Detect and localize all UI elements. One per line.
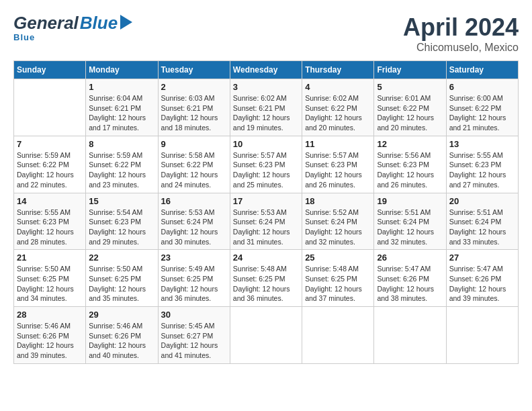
page-header: General Blue Blue April 2024 Chicomuselo… — [13, 13, 519, 54]
calendar-cell: 11Sunrise: 5:57 AMSunset: 6:23 PMDayligh… — [302, 136, 374, 193]
day-detail: Sunrise: 5:49 AMSunset: 6:25 PMDaylight:… — [161, 264, 227, 304]
calendar-cell: 16Sunrise: 5:53 AMSunset: 6:24 PMDayligh… — [158, 193, 230, 250]
weekday-header-wednesday: Wednesday — [230, 61, 302, 79]
calendar-cell: 17Sunrise: 5:53 AMSunset: 6:24 PMDayligh… — [230, 193, 302, 250]
calendar-cell: 9Sunrise: 5:58 AMSunset: 6:22 PMDaylight… — [158, 136, 230, 193]
day-number: 15 — [89, 196, 154, 206]
day-number: 6 — [449, 82, 515, 92]
day-detail: Sunrise: 5:52 AMSunset: 6:24 PMDaylight:… — [305, 208, 371, 247]
day-detail: Sunrise: 6:02 AMSunset: 6:22 PMDaylight:… — [305, 93, 371, 133]
calendar-cell: 14Sunrise: 5:55 AMSunset: 6:23 PMDayligh… — [14, 193, 86, 250]
day-detail: Sunrise: 5:55 AMSunset: 6:23 PMDaylight:… — [17, 208, 83, 247]
calendar-cell: 22Sunrise: 5:50 AMSunset: 6:25 PMDayligh… — [86, 250, 158, 307]
day-detail: Sunrise: 5:51 AMSunset: 6:24 PMDaylight:… — [377, 208, 443, 247]
day-number: 5 — [377, 82, 443, 92]
day-number: 27 — [449, 253, 515, 263]
day-number: 9 — [161, 139, 227, 149]
calendar-cell: 26Sunrise: 5:47 AMSunset: 6:26 PMDayligh… — [374, 250, 446, 307]
day-number: 19 — [377, 196, 443, 206]
svg-marker-0 — [120, 15, 132, 30]
day-number: 3 — [233, 82, 299, 92]
calendar-cell: 23Sunrise: 5:49 AMSunset: 6:25 PMDayligh… — [158, 250, 230, 307]
day-detail: Sunrise: 5:58 AMSunset: 6:22 PMDaylight:… — [161, 150, 227, 190]
day-number: 23 — [161, 253, 227, 263]
day-detail: Sunrise: 6:03 AMSunset: 6:21 PMDaylight:… — [161, 93, 227, 133]
weekday-header-thursday: Thursday — [302, 61, 374, 79]
day-number: 16 — [161, 196, 227, 206]
calendar-cell: 3Sunrise: 6:02 AMSunset: 6:21 PMDaylight… — [230, 79, 302, 136]
weekday-header-sunday: Sunday — [14, 61, 86, 79]
calendar-cell: 29Sunrise: 5:46 AMSunset: 6:26 PMDayligh… — [86, 307, 158, 364]
title-block: April 2024 Chicomuselo, Mexico — [403, 13, 519, 54]
calendar-cell: 21Sunrise: 5:50 AMSunset: 6:25 PMDayligh… — [14, 250, 86, 307]
calendar-cell: 8Sunrise: 5:59 AMSunset: 6:22 PMDaylight… — [86, 136, 158, 193]
day-number: 13 — [449, 139, 515, 149]
calendar-cell: 24Sunrise: 5:48 AMSunset: 6:25 PMDayligh… — [230, 250, 302, 307]
calendar-table: SundayMondayTuesdayWednesdayThursdayFrid… — [13, 60, 519, 364]
weekday-header-friday: Friday — [374, 61, 446, 79]
day-detail: Sunrise: 5:47 AMSunset: 6:26 PMDaylight:… — [449, 264, 515, 304]
day-number: 10 — [233, 139, 299, 149]
calendar-cell: 30Sunrise: 5:45 AMSunset: 6:27 PMDayligh… — [158, 307, 230, 364]
calendar-cell: 6Sunrise: 6:00 AMSunset: 6:22 PMDaylight… — [446, 79, 518, 136]
day-number: 26 — [377, 253, 443, 263]
weekday-header-saturday: Saturday — [446, 61, 518, 79]
day-detail: Sunrise: 5:57 AMSunset: 6:23 PMDaylight:… — [233, 150, 299, 190]
calendar-cell: 15Sunrise: 5:54 AMSunset: 6:23 PMDayligh… — [86, 193, 158, 250]
day-detail: Sunrise: 6:01 AMSunset: 6:22 PMDaylight:… — [377, 93, 443, 133]
calendar-cell: 27Sunrise: 5:47 AMSunset: 6:26 PMDayligh… — [446, 250, 518, 307]
day-detail: Sunrise: 6:04 AMSunset: 6:21 PMDaylight:… — [89, 93, 154, 133]
day-number: 18 — [305, 196, 371, 206]
day-number: 28 — [17, 310, 83, 320]
calendar-cell: 19Sunrise: 5:51 AMSunset: 6:24 PMDayligh… — [374, 193, 446, 250]
day-detail: Sunrise: 5:55 AMSunset: 6:23 PMDaylight:… — [449, 150, 515, 190]
calendar-cell: 7Sunrise: 5:59 AMSunset: 6:22 PMDaylight… — [14, 136, 86, 193]
day-detail: Sunrise: 5:53 AMSunset: 6:24 PMDaylight:… — [161, 208, 227, 247]
calendar-cell — [230, 307, 302, 364]
day-number: 14 — [17, 196, 83, 206]
calendar-cell: 18Sunrise: 5:52 AMSunset: 6:24 PMDayligh… — [302, 193, 374, 250]
calendar-cell: 25Sunrise: 5:48 AMSunset: 6:25 PMDayligh… — [302, 250, 374, 307]
day-detail: Sunrise: 5:45 AMSunset: 6:27 PMDaylight:… — [161, 321, 227, 361]
day-number: 30 — [161, 310, 227, 320]
logo-general: General — [13, 13, 79, 33]
day-number: 17 — [233, 196, 299, 206]
day-detail: Sunrise: 5:47 AMSunset: 6:26 PMDaylight:… — [377, 264, 443, 304]
day-number: 8 — [89, 139, 154, 149]
weekday-header-monday: Monday — [86, 61, 158, 79]
day-detail: Sunrise: 5:53 AMSunset: 6:24 PMDaylight:… — [233, 208, 299, 247]
day-detail: Sunrise: 5:51 AMSunset: 6:24 PMDaylight:… — [449, 208, 515, 247]
day-number: 25 — [305, 253, 371, 263]
day-detail: Sunrise: 5:56 AMSunset: 6:23 PMDaylight:… — [377, 150, 443, 190]
calendar-cell: 2Sunrise: 6:03 AMSunset: 6:21 PMDaylight… — [158, 79, 230, 136]
day-detail: Sunrise: 5:46 AMSunset: 6:26 PMDaylight:… — [89, 321, 154, 361]
day-number: 24 — [233, 253, 299, 263]
calendar-cell: 28Sunrise: 5:46 AMSunset: 6:26 PMDayligh… — [14, 307, 86, 364]
day-number: 12 — [377, 139, 443, 149]
day-number: 11 — [305, 139, 371, 149]
day-detail: Sunrise: 5:57 AMSunset: 6:23 PMDaylight:… — [305, 150, 371, 190]
logo-arrow-icon — [120, 15, 132, 32]
calendar-cell: 10Sunrise: 5:57 AMSunset: 6:23 PMDayligh… — [230, 136, 302, 193]
day-detail: Sunrise: 5:48 AMSunset: 6:25 PMDaylight:… — [233, 264, 299, 304]
calendar-cell: 5Sunrise: 6:01 AMSunset: 6:22 PMDaylight… — [374, 79, 446, 136]
logo-blue: Blue — [80, 13, 118, 33]
day-detail: Sunrise: 5:48 AMSunset: 6:25 PMDaylight:… — [305, 264, 371, 304]
calendar-cell — [374, 307, 446, 364]
day-detail: Sunrise: 5:46 AMSunset: 6:26 PMDaylight:… — [17, 321, 83, 361]
calendar-cell: 4Sunrise: 6:02 AMSunset: 6:22 PMDaylight… — [302, 79, 374, 136]
day-number: 20 — [449, 196, 515, 206]
day-detail: Sunrise: 5:54 AMSunset: 6:23 PMDaylight:… — [89, 208, 154, 247]
calendar-cell: 13Sunrise: 5:55 AMSunset: 6:23 PMDayligh… — [446, 136, 518, 193]
calendar-cell: 20Sunrise: 5:51 AMSunset: 6:24 PMDayligh… — [446, 193, 518, 250]
calendar-cell — [446, 307, 518, 364]
day-number: 22 — [89, 253, 154, 263]
calendar-cell: 1Sunrise: 6:04 AMSunset: 6:21 PMDaylight… — [86, 79, 158, 136]
day-detail: Sunrise: 6:02 AMSunset: 6:21 PMDaylight:… — [233, 93, 299, 133]
day-number: 21 — [17, 253, 83, 263]
weekday-header-tuesday: Tuesday — [158, 61, 230, 79]
logo: General Blue Blue — [13, 13, 132, 42]
day-detail: Sunrise: 6:00 AMSunset: 6:22 PMDaylight:… — [449, 93, 515, 133]
logo-tagline: Blue — [13, 33, 132, 42]
day-number: 4 — [305, 82, 371, 92]
